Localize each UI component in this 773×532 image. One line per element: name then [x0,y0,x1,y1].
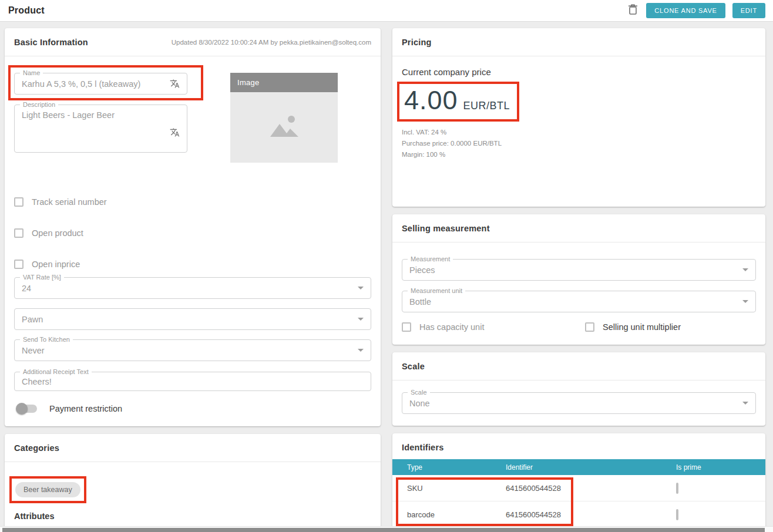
identifiers-title: Identifiers [402,443,444,452]
selling-measurement-title: Selling measurement [402,224,490,233]
open-product-checkbox-row: Open product [14,228,371,238]
payment-restriction-label: Payment restriction [49,404,122,413]
checkbox-label: Track serial number [32,197,107,207]
column-header-identifier: Identifier [506,463,670,472]
measurement-unit-value: Bottle [409,297,738,307]
column-header-type: Type [392,463,506,472]
pawn-value: Pawn [22,315,353,324]
open-inprice-checkbox[interactable] [14,260,23,269]
measurement-unit-select[interactable]: Measurement unit Bottle [402,291,756,312]
description-field[interactable]: Description Light Beers - Lager Beer [14,105,187,153]
has-capacity-unit-checkbox[interactable] [402,322,411,332]
payment-restriction-row: Payment restriction [14,403,371,417]
horizontal-scrollbar-thumb[interactable] [2,528,765,532]
pricing-card: Pricing Current company price 4.00 EUR/B… [392,28,765,207]
annotation-box-price: 4.00 EUR/BTL [397,82,519,122]
chevron-down-icon [742,300,748,303]
purchase-price-text: Purchase price: 0.0000 EUR/BTL [402,140,756,147]
send-to-kitchen-select[interactable]: Send To Kitchen Never [14,339,371,361]
categories-card: Categories Beer takeaway Attributes [5,434,381,530]
trash-icon [628,4,638,17]
additional-receipt-text-value: Cheers! [22,377,364,386]
vat-rate-select[interactable]: VAT Rate [%] 24 [14,277,371,299]
identifier-value: 6415600544528 [506,484,670,493]
pawn-select[interactable]: Pawn [14,308,371,330]
page-title: Product [8,5,45,16]
edit-button[interactable]: EDIT [732,3,765,18]
translate-icon[interactable] [170,127,180,137]
horizontal-scrollbar [0,526,773,532]
clone-and-save-button[interactable]: CLONE AND SAVE [646,3,725,18]
scale-title: Scale [402,362,425,371]
chevron-down-icon [742,268,748,271]
checkbox-label: Open inprice [32,260,80,269]
basic-information-title: Basic Information [14,38,88,47]
vat-rate-label: VAT Rate [%] [20,274,64,281]
checkbox-label: Open product [32,228,83,238]
basic-information-card: Basic Information Updated 8/30/2022 10:0… [5,28,381,426]
chevron-down-icon [358,318,364,321]
image-placeholder-icon [268,113,301,142]
checkbox-label: Has capacity unit [419,322,484,332]
identifier-type: SKU [392,484,506,493]
track-serial-number-checkbox-row: Track serial number [14,197,371,207]
selling-measurement-card: Selling measurement Measurement Pieces M… [392,214,765,345]
selling-unit-multiplier-row: Selling unit multiplier [585,322,681,332]
track-serial-number-checkbox[interactable] [14,197,23,207]
table-row-barcode: barcode 6415600544528 [392,501,765,528]
scale-card: Scale Scale None [392,352,765,426]
description-field-value: Light Beers - Lager Beer [22,110,180,120]
identifier-type: barcode [392,510,506,519]
annotation-box-category: Beer takeaway [9,476,86,503]
translate-icon[interactable] [170,79,180,89]
image-panel-title: Image [230,73,338,92]
name-field-label: Name [20,69,43,76]
scale-select[interactable]: Scale None [402,392,756,414]
top-app-bar: Product CLONE AND SAVE EDIT [0,0,773,22]
send-to-kitchen-label: Send To Kitchen [20,336,73,343]
additional-receipt-text-field[interactable]: Additional Receipt Text Cheers! [14,372,371,391]
identifiers-card: Identifiers Type Identifier Is prime SKU… [392,433,765,530]
attributes-title: Attributes [14,511,371,521]
identifiers-table: Type Identifier Is prime SKU 64156005445… [392,459,765,528]
categories-title: Categories [14,443,59,453]
name-field-value: Karhu A 5,3 %, 0,5 l (takeaway) [22,79,170,89]
scale-field-label: Scale [408,389,430,396]
name-field[interactable]: Name Karhu A 5,3 %, 0,5 l (takeaway) [14,73,187,95]
send-to-kitchen-value: Never [22,346,353,355]
delete-button[interactable] [626,4,639,17]
is-prime-checkbox[interactable] [676,509,678,520]
product-image-panel: Image [230,73,338,168]
vat-rate-value: 24 [22,284,353,293]
description-field-label: Description [20,101,58,108]
measurement-select[interactable]: Measurement Pieces [402,259,756,281]
open-product-checkbox[interactable] [14,228,23,238]
updated-timestamp: Updated 8/30/2022 10:00:24 AM by pekka.p… [172,39,371,46]
margin-text: Margin: 100 % [402,151,756,158]
additional-receipt-text-label: Additional Receipt Text [20,368,92,375]
price-value: 4.00 [404,85,458,116]
pricing-title: Pricing [402,38,432,47]
chevron-down-icon [358,349,364,352]
measurement-unit-label: Measurement unit [408,287,465,294]
category-chip[interactable]: Beer takeaway [15,482,80,497]
current-price-label: Current company price [402,67,756,77]
table-row-sku: SKU 6415600544528 [392,475,765,501]
identifier-value: 6415600544528 [506,510,670,519]
chevron-down-icon [742,402,748,405]
incl-vat-text: Incl. VAT: 24 % [402,129,756,136]
open-inprice-checkbox-row: Open inprice [14,260,371,269]
column-header-is-prime: Is prime [670,463,765,472]
is-prime-checkbox[interactable] [676,483,678,494]
scale-field-value: None [409,399,738,408]
chevron-down-icon [358,287,364,289]
identifiers-table-header: Type Identifier Is prime [392,459,765,475]
measurement-label: Measurement [408,255,453,262]
annotation-box-name: Name Karhu A 5,3 %, 0,5 l (takeaway) [8,65,203,100]
selling-unit-multiplier-checkbox[interactable] [585,322,594,332]
price-unit: EUR/BTL [463,100,510,112]
payment-restriction-toggle[interactable] [17,403,37,415]
content-area: Basic Information Updated 8/30/2022 10:0… [0,22,773,530]
has-capacity-unit-row: Has capacity unit [402,322,585,332]
measurement-value: Pieces [409,265,738,275]
